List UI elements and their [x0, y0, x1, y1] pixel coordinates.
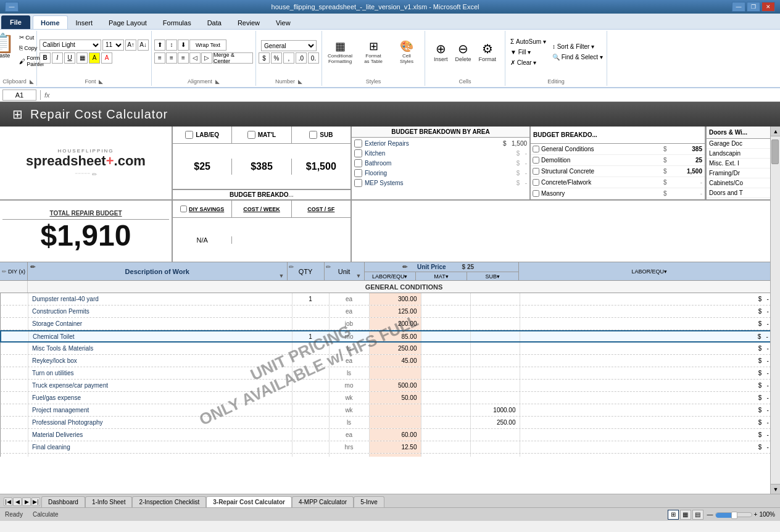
demolition-checkbox[interactable] — [533, 157, 539, 164]
tab-file[interactable]: File — [1, 15, 30, 29]
tab-5-inve[interactable]: 5-Inve — [354, 496, 384, 507]
sub-checkbox[interactable] — [309, 131, 317, 139]
row5-desc: Misc Tools & Materials — [28, 343, 292, 354]
budget-breakdown-title: BUDGET BREAKDOWN BY AREA — [352, 127, 529, 138]
increase-font-button[interactable]: A↑ — [125, 39, 136, 51]
percent-button[interactable]: % — [271, 52, 282, 64]
sort-filter-button[interactable]: ↕ Sort & Filter ▾ — [550, 42, 597, 51]
minimize-button[interactable]: — — [5, 2, 19, 12]
editing-group: Σ AutoSum ▾ ▼ Fill ▾ ✗ Clear ▾ ↕ Sort & … — [505, 31, 607, 86]
decrease-decimal-button[interactable]: 0. — [308, 52, 319, 64]
zoom-out-button[interactable]: — — [707, 511, 713, 518]
find-select-button[interactable]: 🔍 Find & Select ▾ — [550, 52, 605, 62]
wrap-text-button[interactable]: Wrap Text — [189, 39, 226, 51]
sheet-nav-next-button[interactable]: ▶ — [22, 497, 31, 506]
general-conditions-checkbox[interactable] — [533, 146, 539, 152]
decrease-font-button[interactable]: A↓ — [138, 39, 149, 51]
bathroom-checkbox[interactable] — [354, 159, 362, 167]
increase-decimal-button[interactable]: .0 — [296, 52, 307, 64]
sheet-nav-last-button[interactable]: ▶| — [31, 497, 40, 506]
window-close-button[interactable]: ✕ — [761, 2, 775, 12]
comma-button[interactable]: , — [283, 52, 294, 64]
row6-sub — [471, 355, 520, 367]
font-size-select[interactable]: 11 — [102, 39, 124, 51]
zoom-handle[interactable] — [731, 512, 737, 519]
row4-desc[interactable]: Chemical Toilet — [29, 331, 292, 341]
right-align-button[interactable]: ≡ — [178, 52, 189, 64]
tab-formulas[interactable]: Formulas — [155, 15, 199, 29]
format-table-button[interactable]: ⊞ Formatas Table — [358, 38, 389, 66]
cell-styles-button[interactable]: 🎨 CellStyles — [391, 38, 422, 66]
bottom-align-button[interactable]: ⬇ — [178, 39, 189, 51]
sheet-nav-first-button[interactable]: |◀ — [4, 497, 12, 506]
cell-styles-label: CellStyles — [400, 53, 413, 64]
indent-increase-button[interactable]: ▷ — [201, 52, 212, 64]
tab-review[interactable]: Review — [230, 15, 268, 29]
tab-3-repair-cost[interactable]: 3-Repair Cost Calculator — [206, 496, 292, 507]
border-button[interactable]: ▦ — [77, 52, 88, 64]
underline-button[interactable]: U — [64, 52, 75, 64]
scroll-up-button[interactable]: ▲ — [771, 127, 780, 136]
formula-input[interactable] — [52, 89, 778, 101]
mep-checkbox[interactable] — [354, 179, 362, 187]
diy-checkbox[interactable] — [180, 206, 187, 212]
tab-4-mpp[interactable]: 4-MPP Calculator — [292, 496, 354, 507]
insert-button[interactable]: ⊕ Insert — [431, 39, 450, 64]
zoom-in-button[interactable]: + — [754, 511, 758, 518]
bold-button[interactable]: B — [39, 52, 51, 64]
window-maximize-button[interactable]: ❐ — [747, 2, 760, 12]
fill-color-button[interactable]: A — [89, 52, 100, 64]
tab-home[interactable]: Home — [33, 15, 68, 29]
normal-view-button[interactable]: ⊞ — [668, 510, 679, 520]
italic-button[interactable]: I — [52, 52, 63, 64]
tab-1-info-sheet[interactable]: 1-Info Sheet — [85, 496, 132, 507]
row10-diy — [1, 404, 28, 416]
lab-eq-checkbox[interactable] — [185, 131, 193, 139]
dropdown-arrow-desc: ▼ — [279, 273, 284, 279]
currency-button[interactable]: $ — [259, 52, 270, 64]
left-align-button[interactable]: ≡ — [154, 52, 165, 64]
tab-dashboard[interactable]: Dashboard — [41, 496, 85, 507]
tab-page-layout[interactable]: Page Layout — [101, 15, 155, 29]
masonry-checkbox[interactable] — [533, 190, 539, 197]
center-align-button[interactable]: ≡ — [166, 52, 177, 64]
indent-decrease-button[interactable]: ◁ — [189, 52, 201, 64]
tab-2-inspection[interactable]: 2-Inspection Checklist — [132, 496, 206, 507]
kitchen-checkbox[interactable] — [354, 149, 362, 157]
fill-button[interactable]: ▼ Fill ▾ — [508, 48, 533, 57]
structural-checkbox[interactable] — [533, 168, 539, 175]
exterior-checkbox[interactable] — [354, 139, 362, 148]
page-break-view-button[interactable]: ▤ — [692, 510, 703, 520]
cell-reference-box[interactable] — [2, 89, 36, 101]
window-minimize-button[interactable]: — — [732, 2, 745, 12]
unit-price-section: ✏ Unit Price $ 25 LABOR/EQU▾ MAT▾ SUB▾ — [365, 262, 519, 280]
font-name-select[interactable]: Calibri Light — [39, 39, 101, 51]
autosum-button[interactable]: Σ AutoSum ▾ — [508, 37, 549, 46]
top-align-button[interactable]: ⬆ — [154, 39, 165, 51]
number-format-select[interactable]: General — [261, 40, 317, 51]
scroll-thumb[interactable] — [771, 139, 779, 164]
merge-center-button[interactable]: Merge & Center — [213, 52, 253, 64]
delete-button[interactable]: ⊖ Delete — [452, 39, 473, 64]
middle-align-button[interactable]: ↕ — [166, 39, 177, 51]
page-layout-view-button[interactable]: ▦ — [680, 510, 691, 520]
flooring-checkbox[interactable] — [354, 169, 362, 177]
row1-diy — [1, 293, 28, 305]
tab-view[interactable]: View — [268, 15, 299, 29]
row14-mat — [421, 454, 471, 457]
clear-button[interactable]: ✗ Clear ▾ — [508, 58, 539, 67]
concrete-checkbox[interactable] — [533, 179, 539, 186]
far-right-5: Cabinets/Co — [707, 178, 780, 188]
matl-checkbox[interactable] — [247, 131, 255, 139]
scroll-down-button[interactable]: ▼ — [771, 484, 780, 494]
row6-diy — [1, 355, 28, 367]
conditional-formatting-button[interactable]: ▦ ConditionalFormatting — [325, 38, 355, 66]
paste-button[interactable]: 📋 Paste — [0, 32, 16, 69]
sheet-nav-prev-button[interactable]: ◀ — [13, 497, 22, 506]
format-button[interactable]: ⚙ Format — [476, 39, 499, 64]
tab-data[interactable]: Data — [199, 15, 230, 29]
font-color-button[interactable]: A — [101, 52, 112, 64]
row11-desc: Professional Photography — [28, 417, 292, 428]
tab-insert[interactable]: Insert — [68, 15, 101, 29]
zoom-slider[interactable] — [715, 512, 752, 517]
